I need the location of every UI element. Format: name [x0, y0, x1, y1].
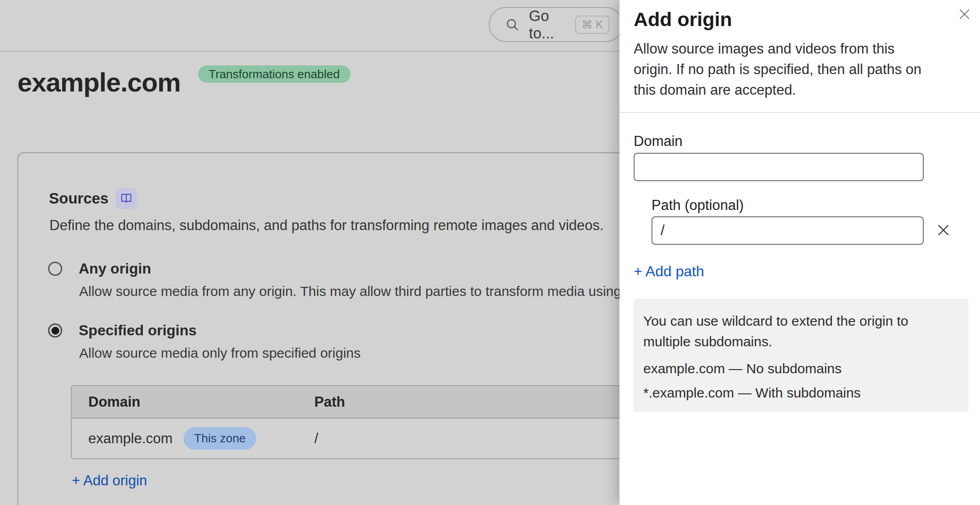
keyboard-shortcut-badge: ⌘ K [575, 16, 609, 34]
specified-origins-description: Allow source media only from specified o… [79, 345, 361, 361]
search-icon [505, 17, 520, 32]
any-origin-description: Allow source media from any origin. This… [79, 284, 688, 299]
column-header-path: Path [314, 394, 669, 410]
path-input[interactable] [652, 216, 924, 245]
origins-table-header: Domain Path [72, 386, 669, 419]
search-placeholder-text: Go to... [529, 7, 575, 42]
panel-description: Allow source images and videos from this… [634, 38, 930, 100]
origin-path-cell: / [314, 430, 669, 447]
docs-help-button[interactable] [116, 188, 137, 209]
add-origin-panel: Add origin Allow source images and video… [619, 0, 980, 505]
this-zone-badge: This zone [183, 427, 256, 450]
remove-path-button[interactable] [932, 219, 954, 241]
radio-any-origin[interactable] [48, 262, 62, 276]
radio-specified-origins-label[interactable]: Specified origins [79, 322, 197, 339]
path-field-label: Path (optional) [652, 197, 744, 214]
add-origin-link[interactable]: + Add origin [72, 473, 147, 489]
add-path-link[interactable]: + Add path [634, 263, 704, 280]
domain-field-label: Domain [634, 133, 683, 150]
wildcard-example-with-subdomains: *.example.com — With subdomains [643, 382, 958, 403]
sources-section-title: Sources [49, 190, 108, 207]
panel-close-button[interactable] [953, 3, 975, 25]
radio-any-origin-label[interactable]: Any origin [79, 260, 151, 277]
table-row: example.com This zone / [72, 419, 669, 458]
radio-specified-origins[interactable] [48, 323, 62, 338]
panel-divider [619, 112, 980, 113]
sources-description: Define the domains, subdomains, and path… [49, 217, 603, 234]
domain-input[interactable] [634, 153, 924, 181]
wildcard-example-no-subdomains: example.com — No subdomains [643, 358, 958, 379]
global-search-button[interactable]: Go to... ⌘ K [489, 7, 623, 42]
transformations-status-badge: Transformations enabled [198, 65, 350, 83]
open-book-icon [120, 192, 133, 205]
wildcard-hint-intro: You can use wildcard to extend the origi… [643, 311, 958, 352]
close-icon [958, 7, 971, 21]
remove-x-icon [936, 222, 951, 238]
sources-card: Sources Define the domains, subdomains, … [17, 152, 688, 505]
wildcard-hint-box: You can use wildcard to extend the origi… [633, 299, 969, 412]
panel-title: Add origin [634, 8, 732, 31]
column-header-domain: Domain [72, 394, 314, 410]
page-title-zone-name: example.com [17, 67, 181, 97]
origin-domain-cell: example.com [88, 430, 172, 447]
origins-table: Domain Path example.com This zone / [71, 385, 670, 459]
